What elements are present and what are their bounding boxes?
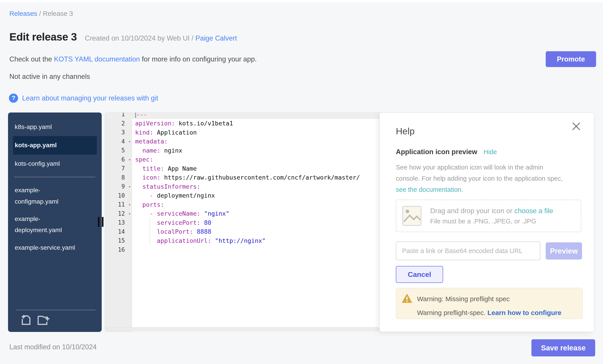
kots-yaml-doc-link[interactable]: KOTS YAML documentation: [54, 55, 140, 63]
line-number: 6▾: [105, 155, 132, 164]
code-text[interactable]: name: nginx: [132, 146, 380, 155]
sidebar-resize-handle[interactable]: [98, 217, 104, 227]
code-line-1[interactable]: 1---: [105, 112, 380, 119]
line-number: 13: [105, 218, 132, 227]
learn-how-to-configure-link[interactable]: Learn how to configure: [487, 309, 562, 316]
description-line-3: see the documentation.: [396, 184, 563, 195]
editor-horizontal-scrollbar[interactable]: [106, 327, 380, 331]
code-line-8[interactable]: 8 icon: https://raw.githubusercontent.co…: [105, 173, 380, 182]
text-cursor: [135, 112, 136, 118]
code-line-11[interactable]: 11▾ ports:: [105, 200, 380, 209]
see-documentation-link[interactable]: see the documentation: [396, 186, 461, 193]
line-number: 11▾: [105, 200, 132, 209]
icon-url-input[interactable]: [396, 242, 540, 260]
page-title: Edit release 3: [9, 31, 77, 43]
description-period: .: [461, 186, 463, 193]
code-line-15[interactable]: 15 applicationUrl: "http://nginx": [105, 236, 380, 245]
code-text[interactable]: - serviceName: "nginx": [132, 209, 380, 218]
code-text[interactable]: apiVersion: kots.io/v1beta1: [132, 119, 380, 128]
code-line-10[interactable]: 10 - deployment/nginx: [105, 191, 380, 200]
code-text[interactable]: title: App Name: [132, 164, 380, 173]
fold-arrow-icon[interactable]: ▾: [128, 202, 131, 207]
code-line-14[interactable]: 14 localPort: 8888: [105, 227, 380, 236]
window-top-strip: [0, 0, 603, 2]
save-release-button[interactable]: Save release: [531, 339, 595, 356]
created-text: Created on 10/10/2024 by Web UI /: [85, 34, 196, 42]
description-line-2: console. For help adding your icon to th…: [396, 173, 563, 184]
code-line-16[interactable]: 16: [105, 245, 380, 254]
fold-arrow-icon[interactable]: ▾: [128, 157, 131, 162]
icon-dropzone[interactable]: Drag and drop your icon or choose a file…: [396, 199, 581, 232]
hide-link[interactable]: Hide: [484, 148, 497, 156]
sidebar-file-kots-app.yaml[interactable]: kots-app.yaml: [13, 136, 97, 154]
sidebar-footer: [16, 310, 95, 329]
warning-body: Warning preflight-spec.: [417, 309, 487, 316]
line-number: 3: [105, 128, 132, 137]
git-help-row[interactable]: ? Learn about managing your releases wit…: [9, 94, 158, 103]
code-line-12[interactable]: 12▾ - serviceName: "nginx": [105, 209, 380, 218]
doc-hint-line: Check out the KOTS YAML documentation fo…: [9, 55, 257, 63]
code-line-3[interactable]: 3kind: Application: [105, 128, 380, 137]
breadcrumb-separator: /: [37, 10, 43, 17]
line-number: 15: [105, 236, 132, 245]
warning-triangle-icon: [402, 294, 412, 303]
preflight-warning-box: Warning: Missing preflight spec Warning …: [396, 288, 583, 319]
file-list: k8s-app.yamlkots-app.yamlkots-config.yam…: [8, 112, 102, 256]
line-number: 12▾: [105, 209, 132, 218]
add-folder-icon[interactable]: [37, 314, 50, 325]
code-text[interactable]: icon: https://raw.githubusercontent.com/…: [132, 173, 380, 182]
last-modified-text: Last modified on 10/10/2024: [9, 343, 97, 351]
sidebar-file-k8s-app.yaml[interactable]: k8s-app.yaml: [8, 118, 84, 136]
code-line-7[interactable]: 7 title: App Name: [105, 164, 380, 173]
description-line-1: See how your application icon will look …: [396, 162, 563, 173]
code-line-2[interactable]: 2apiVersion: kots.io/v1beta1: [105, 119, 380, 128]
yaml-editor[interactable]: 1---2apiVersion: kots.io/v1beta13kind: A…: [105, 112, 380, 332]
code-text[interactable]: servicePort: 80: [132, 218, 380, 227]
icon-preview-title: Application icon preview: [396, 148, 477, 156]
author-link[interactable]: Paige Calvert: [195, 34, 237, 42]
git-help-link[interactable]: Learn about managing your releases with …: [22, 94, 158, 102]
code-text[interactable]: - deployment/nginx: [132, 191, 380, 200]
help-panel: Help Application icon preview Hide See h…: [379, 112, 594, 332]
code-line-13[interactable]: 13 servicePort: 80: [105, 218, 380, 227]
sidebar-file-kots-config.yaml[interactable]: kots-config.yaml: [8, 155, 84, 172]
file-sidebar: k8s-app.yamlkots-app.yamlkots-config.yam…: [8, 112, 102, 332]
code-text[interactable]: statusInformers:: [132, 182, 380, 191]
fold-arrow-icon[interactable]: ▾: [128, 139, 131, 144]
line-number: 5: [105, 146, 132, 155]
code-text[interactable]: ---: [132, 112, 380, 119]
file-group-kots: k8s-app.yamlkots-app.yamlkots-config.yam…: [8, 118, 102, 172]
add-file-icon[interactable]: [21, 314, 31, 325]
sidebar-file-example-deployment.yaml[interactable]: example-deployment.yaml: [8, 210, 84, 239]
dropzone-prefix: Drag and drop your icon or: [430, 207, 514, 215]
code-text[interactable]: [132, 245, 380, 254]
choose-file-link[interactable]: choose a file: [514, 207, 553, 215]
breadcrumb-releases-link[interactable]: Releases: [9, 10, 37, 17]
code-text[interactable]: kind: Application: [132, 128, 380, 137]
close-icon[interactable]: [571, 121, 582, 132]
preview-button[interactable]: Preview: [546, 242, 582, 260]
promote-button[interactable]: Promote: [546, 51, 596, 67]
code-line-6[interactable]: 6▾spec:: [105, 155, 380, 164]
code-line-5[interactable]: 5 name: nginx: [105, 146, 380, 155]
line-number: 4▾: [105, 137, 132, 146]
line-number: 7: [105, 164, 132, 173]
cancel-button[interactable]: Cancel: [396, 266, 443, 283]
dropzone-hint: File must be a .PNG, .JPEG, or .JPG: [430, 218, 553, 225]
code-line-9[interactable]: 9▾ statusInformers:: [105, 182, 380, 191]
sidebar-file-example-configmap.yaml[interactable]: example-configmap.yaml: [8, 182, 84, 210]
sidebar-file-example-service.yaml[interactable]: example-service.yaml: [8, 239, 84, 256]
line-number: 10: [105, 191, 132, 200]
code-text[interactable]: spec:: [132, 155, 380, 164]
icon-preview-description: See how your application icon will look …: [396, 162, 563, 195]
fold-arrow-icon[interactable]: ▾: [128, 184, 131, 189]
breadcrumb: Releases / Release 3: [9, 10, 73, 17]
fold-arrow-icon[interactable]: ▾: [128, 211, 131, 216]
code-line-4[interactable]: 4▾metadata:: [105, 137, 380, 146]
code-text[interactable]: metadata:: [132, 137, 380, 146]
code-text[interactable]: applicationUrl: "http://nginx": [132, 236, 380, 245]
release-editor-page: Releases / Release 3 Edit release 3 Crea…: [0, 0, 603, 364]
code-text[interactable]: ports:: [132, 200, 380, 209]
title-row: Edit release 3 Created on 10/10/2024 by …: [9, 31, 237, 43]
code-text[interactable]: localPort: 8888: [132, 227, 380, 236]
